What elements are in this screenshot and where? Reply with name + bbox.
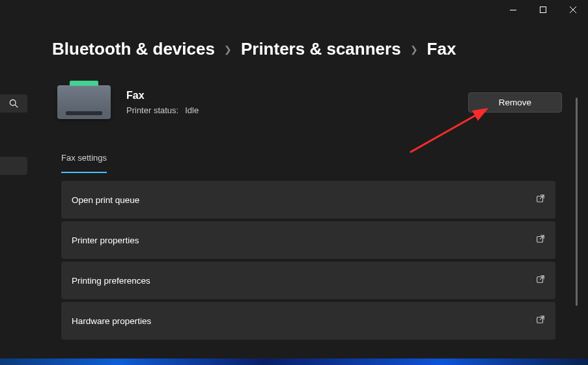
device-header: Fax Printer status:Idle Remove — [57, 85, 562, 119]
settings-list: Open print queue Printer properties Prin… — [61, 181, 555, 340]
chevron-right-icon: ❯ — [410, 44, 418, 55]
printer-properties-item[interactable]: Printer properties — [61, 221, 555, 259]
hardware-properties-item[interactable]: Hardware properties — [61, 302, 555, 340]
taskbar-edge — [0, 358, 588, 365]
open-external-icon — [536, 315, 545, 327]
section-header: Fax settings — [61, 153, 107, 167]
open-external-icon — [536, 275, 545, 286]
open-external-icon — [536, 194, 545, 206]
status-label: Printer status: — [126, 105, 178, 115]
status-value: Idle — [185, 105, 199, 115]
main-content: Bluetooth & devices ❯ Printers & scanner… — [0, 20, 588, 365]
open-print-queue-item[interactable]: Open print queue — [61, 181, 555, 219]
remove-button[interactable]: Remove — [468, 92, 562, 113]
setting-label: Hardware properties — [72, 316, 151, 326]
breadcrumb-printers-scanners[interactable]: Printers & scanners — [241, 39, 401, 59]
titlebar — [0, 0, 588, 20]
breadcrumb: Bluetooth & devices ❯ Printers & scanner… — [52, 39, 562, 59]
section-underline — [61, 172, 107, 173]
device-status: Printer status:Idle — [126, 105, 199, 115]
chevron-right-icon: ❯ — [224, 44, 232, 55]
scrollbar[interactable] — [576, 98, 578, 306]
printer-icon — [57, 85, 111, 119]
device-info: Fax Printer status:Idle — [126, 90, 199, 115]
device-name: Fax — [126, 90, 199, 101]
maximize-button[interactable] — [528, 0, 558, 20]
minimize-button[interactable] — [498, 0, 528, 20]
open-external-icon — [536, 234, 545, 246]
setting-label: Printing preferences — [72, 276, 150, 286]
svg-rect-0 — [510, 10, 516, 10]
setting-label: Printer properties — [72, 236, 139, 245]
close-button[interactable] — [558, 0, 588, 20]
svg-rect-1 — [540, 7, 546, 13]
breadcrumb-bluetooth-devices[interactable]: Bluetooth & devices — [52, 39, 215, 59]
breadcrumb-current: Fax — [427, 39, 456, 59]
setting-label: Open print queue — [72, 195, 139, 205]
printing-preferences-item[interactable]: Printing preferences — [61, 262, 555, 299]
